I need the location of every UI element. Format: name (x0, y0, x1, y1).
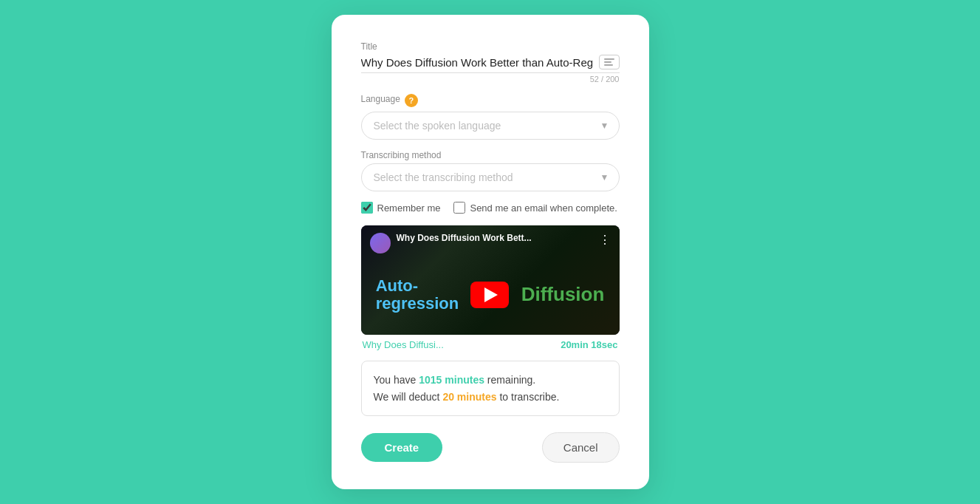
video-container: Why Does Diffusion Work Bett... ⋮ Auto-r… (361, 225, 620, 335)
info-line1-suffix: remaining. (484, 374, 535, 386)
create-button[interactable]: Create (361, 433, 443, 462)
language-select-wrapper: Select the spoken language ▼ (361, 112, 620, 140)
title-counter: 52 / 200 (361, 75, 620, 84)
info-line2: We will deduct 20 minutes to transcribe. (374, 389, 607, 405)
video-title-bar: Why Does Diffusion Work Bett... (397, 233, 593, 243)
word-autoregression: Auto-regression (376, 277, 459, 313)
video-link[interactable]: Why Does Diffusi... (363, 339, 444, 350)
video-meta-row: Why Does Diffusi... 20min 18sec (361, 339, 620, 350)
help-icon[interactable]: ? (405, 94, 418, 107)
video-background: Why Does Diffusion Work Bett... ⋮ Auto-r… (361, 225, 620, 335)
word-diffusion: Diffusion (521, 283, 605, 306)
buttons-row: Create Cancel (361, 432, 620, 463)
svg-rect-2 (604, 64, 613, 66)
info-line2-highlight: 20 minutes (442, 391, 496, 403)
video-channel-icon (370, 233, 391, 253)
info-line1: You have 1015 minutes remaining. (374, 372, 607, 388)
video-title-text: Why Does Diffusion Work Bett... (397, 233, 593, 243)
email-checkbox[interactable] (453, 202, 465, 214)
video-words-overlay: Auto-regression Diffusion (361, 277, 620, 313)
transcribing-select-wrapper: Select the transcribing method ▼ (361, 163, 620, 191)
title-label: Title (361, 41, 620, 52)
language-select[interactable]: Select the spoken language (361, 112, 620, 140)
language-section-header: Language ? (361, 94, 620, 107)
video-duration: 20min 18sec (561, 339, 617, 350)
remember-me-checkbox[interactable] (361, 202, 373, 214)
title-input[interactable] (361, 56, 593, 69)
play-icon (484, 287, 498, 302)
remember-me-checkbox-item[interactable]: Remember me (361, 202, 441, 214)
email-label: Send me an email when complete. (470, 202, 617, 214)
info-line1-highlight: 1015 minutes (419, 374, 484, 386)
title-icon-button[interactable] (599, 55, 620, 69)
play-button[interactable] (470, 282, 509, 308)
modal-container: Title 52 / 200 Language ? Select the spo… (332, 15, 649, 489)
language-label: Language (361, 94, 400, 104)
transcribing-select[interactable]: Select the transcribing method (361, 163, 620, 191)
cancel-button[interactable]: Cancel (542, 432, 620, 463)
info-line2-suffix: to transcribe. (497, 391, 560, 403)
info-line2-prefix: We will deduct (374, 391, 443, 403)
info-line1-prefix: You have (374, 374, 419, 386)
svg-rect-0 (604, 58, 614, 60)
checkboxes-row: Remember me Send me an email when comple… (361, 202, 620, 214)
svg-rect-1 (604, 61, 611, 63)
remember-me-label: Remember me (377, 202, 441, 214)
video-options-button[interactable]: ⋮ (599, 233, 611, 247)
transcribing-label: Transcribing method (361, 150, 620, 160)
title-row (361, 55, 620, 73)
info-box: You have 1015 minutes remaining. We will… (361, 361, 620, 416)
email-checkbox-item[interactable]: Send me an email when complete. (453, 202, 617, 214)
